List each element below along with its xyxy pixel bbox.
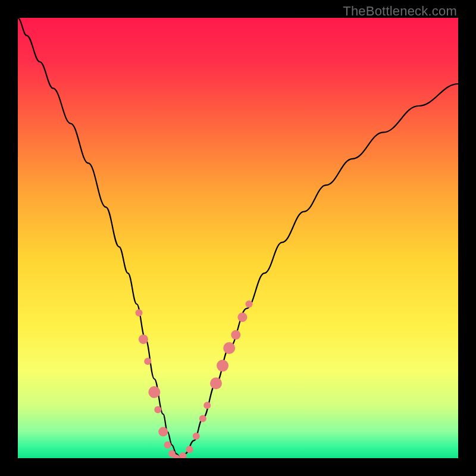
curve-layer — [18, 18, 458, 458]
marker-dot — [203, 402, 211, 409]
marker-dot — [246, 300, 253, 308]
marker-dot — [164, 441, 171, 449]
marker-dot — [223, 342, 235, 354]
marker-dot — [158, 427, 168, 437]
marker-dot — [199, 415, 206, 422]
marker-dot — [144, 358, 151, 365]
highlight-markers — [136, 300, 253, 458]
marker-dot — [217, 360, 228, 372]
marker-dot — [136, 309, 143, 317]
marker-dot — [210, 377, 222, 389]
marker-dot — [139, 334, 148, 344]
marker-dot — [237, 312, 247, 322]
marker-dot — [154, 406, 161, 414]
marker-dot — [148, 386, 160, 398]
bottleneck-curve — [18, 18, 458, 458]
marker-dot — [231, 330, 240, 340]
plot-area — [18, 18, 458, 458]
watermark-text: TheBottleneck.com — [343, 4, 457, 19]
marker-dot — [193, 433, 200, 440]
marker-dot — [186, 446, 193, 453]
chart-frame: TheBottleneck.com — [0, 0, 476, 476]
